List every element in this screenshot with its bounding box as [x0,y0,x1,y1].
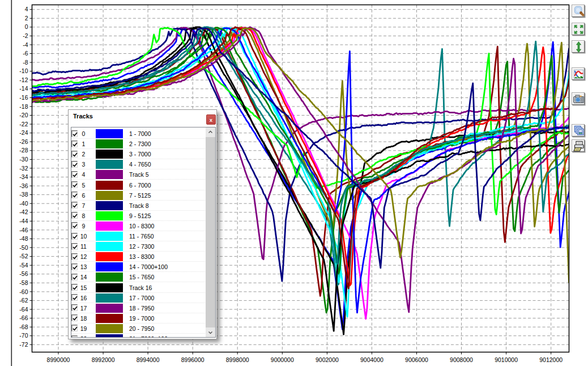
svg-text:-30: -30 [19,156,28,163]
svg-text:-34: -34 [19,173,28,180]
svg-text:-48: -48 [19,235,28,242]
svg-text:-18: -18 [19,103,28,110]
svg-text:-56: -56 [19,270,28,277]
svg-text:-32: -32 [19,165,28,172]
svg-text:4: 4 [25,6,28,12]
svg-text:9006000: 9006000 [405,356,428,363]
svg-text:-4: -4 [23,41,28,48]
svg-text:-16: -16 [19,94,28,101]
svg-text:-2: -2 [23,32,28,39]
svg-text:-14: -14 [19,85,28,92]
svg-text:-26: -26 [19,138,28,145]
svg-text:-52: -52 [19,253,28,259]
svg-text:9000000: 9000000 [271,356,294,363]
svg-text:-28: -28 [19,147,28,154]
svg-text:9004000: 9004000 [360,356,384,363]
svg-text:-20: -20 [19,112,28,118]
svg-text:-70: -70 [19,332,28,339]
svg-text:8998000: 8998000 [226,356,249,363]
svg-text:-40: -40 [19,200,28,207]
svg-text:-10: -10 [19,67,28,74]
svg-text:8992000: 8992000 [92,356,115,363]
svg-text:9010000: 9010000 [495,356,518,363]
svg-text:-62: -62 [19,297,28,304]
svg-text:-22: -22 [19,121,28,127]
svg-text:-46: -46 [19,227,28,233]
svg-text:-54: -54 [19,262,28,269]
svg-text:-38: -38 [19,191,28,198]
svg-text:2: 2 [25,15,28,22]
svg-text:-6: -6 [23,50,28,57]
svg-text:8990000: 8990000 [47,356,70,363]
svg-text:9008000: 9008000 [450,356,473,363]
svg-text:-42: -42 [19,208,28,215]
svg-text:9012000: 9012000 [539,356,563,363]
svg-text:-64: -64 [19,306,28,313]
svg-text:-72: -72 [19,341,28,348]
svg-text:-58: -58 [19,279,28,286]
svg-text:8994000: 8994000 [137,356,160,363]
svg-text:-44: -44 [19,218,28,224]
svg-text:8996000: 8996000 [181,356,204,363]
svg-text:-8: -8 [23,59,28,66]
svg-text:-12: -12 [19,76,28,83]
svg-text:-36: -36 [19,182,28,189]
svg-text:-24: -24 [19,129,28,136]
svg-text:-60: -60 [19,288,28,295]
svg-text:9002000: 9002000 [316,356,339,363]
svg-text:0: 0 [25,23,28,30]
svg-text:-66: -66 [19,314,28,321]
svg-text:-68: -68 [19,324,28,330]
svg-text:-50: -50 [19,244,28,251]
